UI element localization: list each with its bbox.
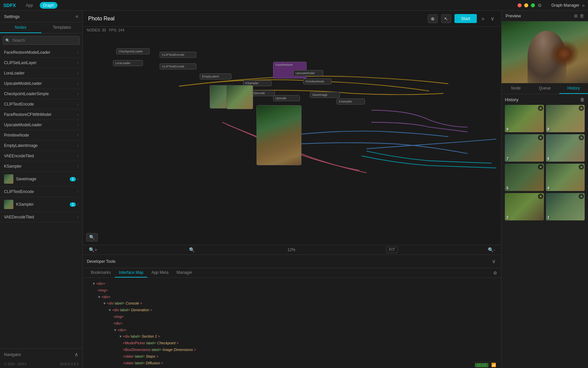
dev-tools-title: Developer Tools <box>87 259 488 264</box>
dev-tab-bookmarks[interactable]: Bookmarks <box>87 268 115 278</box>
history-item-6[interactable]: ✕ 6 <box>546 134 585 162</box>
tab-templates[interactable]: Templates <box>41 22 83 33</box>
traffic-red[interactable] <box>518 3 522 7</box>
fit-btn[interactable]: FIT <box>386 246 398 253</box>
zoom-in-btn[interactable]: 🔍+ <box>87 246 99 253</box>
node-expand-icon[interactable]: › <box>77 164 78 169</box>
node-list-item[interactable]: LoraLoader› <box>0 68 82 78</box>
graph-node[interactable]: Upscale <box>273 95 300 101</box>
node-list-item[interactable]: VAEDecodeTiled› <box>0 212 82 222</box>
search-input[interactable] <box>3 36 80 45</box>
tab-queue[interactable]: Queue <box>530 83 559 94</box>
node-list-item[interactable]: UpscaleModelLoader› <box>0 120 82 130</box>
history-close-3[interactable]: ✕ <box>538 194 543 199</box>
history-item-9[interactable]: ✕ 9 <box>505 105 544 132</box>
preview-label: Preview <box>506 13 572 18</box>
node-expand-icon[interactable]: › <box>77 215 78 219</box>
node-expand-icon[interactable]: › <box>77 123 78 127</box>
history-item-7[interactable]: ✕ 7 <box>505 134 544 162</box>
node-expand-icon[interactable]: › <box>77 143 78 148</box>
node-expand-icon[interactable]: › <box>77 71 78 75</box>
node-expand-icon[interactable]: › <box>77 189 78 194</box>
graph-node[interactable]: SaveImage <box>310 92 340 98</box>
traffic-green[interactable] <box>531 3 535 7</box>
node-list-item[interactable]: VAEEncodeTiled› <box>0 151 82 161</box>
node-list-item[interactable]: KSampler› <box>0 161 82 172</box>
graph-node[interactable]: CLIPTextEncode <box>160 63 196 69</box>
node-list-item[interactable]: CheckpointLoaderSimple› <box>0 89 82 99</box>
navigator-collapse-btn[interactable]: ∧ <box>74 351 78 358</box>
graph-node-preview[interactable] <box>226 85 253 109</box>
graph-canvas[interactable]: CheckpointLoader LoraLoader CLIPTextEnco… <box>83 33 501 245</box>
node-list-item[interactable]: KSampler1› <box>0 197 82 212</box>
tab-node[interactable]: Node <box>502 83 530 94</box>
node-expand-icon[interactable]: › <box>77 60 78 65</box>
dev-tools-settings-btn[interactable]: ⚙ <box>493 268 497 278</box>
history-close-9[interactable]: ✕ <box>538 106 543 111</box>
start-btn[interactable]: Start <box>454 14 477 23</box>
graph-node[interactable]: LoraLoader <box>113 60 143 66</box>
history-item-3[interactable]: ✕ 3 <box>505 193 544 220</box>
fit-view-btn[interactable]: ⊕ <box>428 14 438 23</box>
node-expand-icon[interactable]: › <box>77 177 78 181</box>
graph-search-btn[interactable]: 🔍 <box>86 233 98 241</box>
node-expand-icon[interactable]: › <box>77 133 78 138</box>
node-expand-icon[interactable]: › <box>77 154 78 158</box>
node-expand-icon[interactable]: › <box>77 91 78 96</box>
dev-tab-interface-map[interactable]: Interface Map <box>115 268 147 278</box>
traffic-yellow[interactable] <box>524 3 528 7</box>
node-expand-icon[interactable]: › <box>77 50 78 55</box>
history-close-4[interactable]: ✕ <box>579 164 584 170</box>
nav-app-btn[interactable]: App <box>22 2 36 9</box>
node-expand-icon[interactable]: › <box>77 112 78 117</box>
history-close-1[interactable]: ✕ <box>579 194 584 199</box>
graph-large-preview <box>256 105 302 165</box>
history-item-4[interactable]: ✕ 4 <box>546 164 585 191</box>
graph-node[interactable]: PrimitiveNode <box>303 78 332 84</box>
history-item-8[interactable]: ✕ 8 <box>546 105 585 132</box>
tab-history[interactable]: History <box>559 83 588 94</box>
node-list-item[interactable]: UpscaleModelLoader› <box>0 78 82 89</box>
collapse-down-btn[interactable]: ∨ <box>489 14 496 23</box>
dev-tab-manager[interactable]: Manager <box>173 268 196 278</box>
graph-node[interactable]: UpscaleModel <box>293 70 323 76</box>
dev-tab-app-meta[interactable]: App Meta <box>147 268 172 278</box>
zoom-minus-btn[interactable]: 🔍- <box>486 246 497 253</box>
node-list-item[interactable]: EmptyLatentImage› <box>0 141 82 151</box>
nav-graph-btn[interactable]: Graph <box>40 2 57 9</box>
graph-node[interactable]: EmptyLatent <box>200 73 231 79</box>
node-list-item[interactable]: FaceRestoreCFWithModel› <box>0 110 82 120</box>
zoom-out-graph-btn[interactable]: 🔍 <box>187 246 197 253</box>
node-list-item[interactable]: FaceRestoreModelLoader› <box>0 47 82 58</box>
node-list-item[interactable]: CLIPSetLastLayer› <box>0 58 82 68</box>
history-item-1[interactable]: ✕ 1 <box>546 193 585 220</box>
history-close-8[interactable]: ✕ <box>579 106 584 111</box>
select-tool-btn[interactable]: ↖ <box>441 14 451 23</box>
history-close-7[interactable]: ✕ <box>538 135 543 140</box>
history-item-5[interactable]: ✕ 5 <box>505 164 544 191</box>
graph-node[interactable]: CLIPTextEncode <box>160 52 196 58</box>
collapse-panel-btn[interactable]: « <box>75 13 78 19</box>
node-list-item[interactable]: SaveImage1› <box>0 172 82 187</box>
settings-gear-btn[interactable]: ⚙ <box>538 3 542 8</box>
expand-right-btn[interactable]: » <box>480 14 486 23</box>
node-expand-icon[interactable]: › <box>77 202 78 207</box>
history-close-6[interactable]: ✕ <box>579 135 584 140</box>
dev-tools-collapse-btn[interactable]: ∨ <box>491 257 497 266</box>
node-list-item[interactable]: CLIPTextEncode› <box>0 99 82 110</box>
node-expand-icon[interactable]: › <box>77 102 78 107</box>
node-item-label: UpscaleModelLoader <box>4 81 77 86</box>
dev-tools-header[interactable]: Developer Tools ∨ <box>83 255 501 268</box>
node-list-item[interactable]: PrimitiveNode› <box>0 130 82 141</box>
preview-tool-btn1[interactable]: ⊞ <box>574 13 578 18</box>
history-close-5[interactable]: ✕ <box>538 164 543 170</box>
preview-tool-btn2[interactable]: 🗑 <box>580 13 584 18</box>
graph-node[interactable]: CheckpointLoader <box>116 48 150 54</box>
graph-title: Photo Real <box>88 16 424 22</box>
node-expand-icon[interactable]: › <box>77 81 78 86</box>
expand-panel-btn[interactable]: » <box>582 3 585 8</box>
node-list-item[interactable]: CLIPTextEncode› <box>0 187 82 197</box>
tab-nodes[interactable]: Nodes <box>0 22 41 33</box>
graph-node[interactable]: KSampler <box>337 99 365 105</box>
history-clear-btn[interactable]: 🗑 <box>580 97 585 102</box>
